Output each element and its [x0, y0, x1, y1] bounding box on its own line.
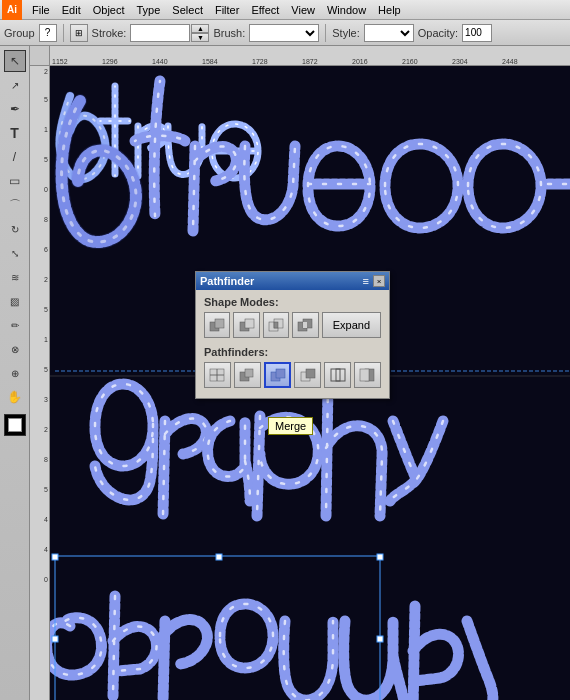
- separator-1: [63, 24, 64, 42]
- ruler-left-10: 5: [44, 366, 48, 373]
- canvas[interactable]: Pathfinder ≡ × Shape Modes:: [50, 66, 570, 700]
- minus-back-btn[interactable]: [354, 362, 381, 388]
- fill-swatch[interactable]: [4, 414, 26, 436]
- shape-modes-row: Expand: [204, 312, 381, 338]
- style-label: Style:: [332, 27, 360, 39]
- rotate-tool[interactable]: ↻: [4, 218, 26, 240]
- blend-tool[interactable]: ⊗: [4, 338, 26, 360]
- gradient-tool[interactable]: ▨: [4, 290, 26, 312]
- ruler-top-6: 2016: [352, 58, 368, 65]
- trim-btn[interactable]: [234, 362, 261, 388]
- ruler-left-0: 2: [44, 68, 48, 75]
- menu-select[interactable]: Select: [166, 3, 209, 17]
- ruler-left-12: 2: [44, 426, 48, 433]
- ruler-left-3: 5: [44, 156, 48, 163]
- pathfinder-content: Shape Modes:: [196, 290, 389, 398]
- svg-rect-9: [52, 636, 58, 642]
- ruler-left-5: 8: [44, 216, 48, 223]
- svg-rect-5: [377, 636, 383, 642]
- svg-rect-27: [276, 369, 285, 378]
- pathfinder-title: Pathfinder: [200, 275, 254, 287]
- menu-help[interactable]: Help: [372, 3, 407, 17]
- brush-tool[interactable]: ⌒: [4, 194, 26, 216]
- stroke-input[interactable]: [130, 24, 190, 42]
- menu-effect[interactable]: Effect: [245, 3, 285, 17]
- ruler-left-14: 5: [44, 486, 48, 493]
- svg-rect-3: [216, 554, 222, 560]
- zoom-tool[interactable]: ⊕: [4, 362, 26, 384]
- ruler-left-8: 5: [44, 306, 48, 313]
- selection-tool[interactable]: ↖: [4, 50, 26, 72]
- ruler-top-4: 1728: [252, 58, 268, 65]
- intersect-btn[interactable]: [263, 312, 289, 338]
- type-tool[interactable]: T: [4, 122, 26, 144]
- svg-rect-17: [274, 322, 278, 328]
- unite-btn[interactable]: [204, 312, 230, 338]
- style-dropdown[interactable]: [364, 24, 414, 42]
- panel-menu-icon[interactable]: ≡: [363, 275, 369, 287]
- canvas-area[interactable]: 1152 1296 1440 1584 1728 1872 2016 2160 …: [30, 46, 570, 700]
- hand-tool[interactable]: ✋: [4, 386, 26, 408]
- ruler-left-16: 4: [44, 546, 48, 553]
- divide-btn[interactable]: [204, 362, 231, 388]
- expand-button[interactable]: Expand: [322, 312, 381, 338]
- direct-selection-tool[interactable]: ↗: [4, 74, 26, 96]
- outline-btn[interactable]: [324, 362, 351, 388]
- merge-btn[interactable]: [264, 362, 291, 388]
- shape-tool[interactable]: ▭: [4, 170, 26, 192]
- svg-rect-20: [303, 322, 307, 328]
- transform-icon[interactable]: ⊞: [70, 24, 88, 42]
- ruler-top-5: 1872: [302, 58, 318, 65]
- menu-type[interactable]: Type: [131, 3, 167, 17]
- pen-tool[interactable]: ✒: [4, 98, 26, 120]
- svg-rect-14: [245, 319, 254, 328]
- help-button[interactable]: ?: [39, 24, 57, 42]
- ruler-left-2: 1: [44, 126, 48, 133]
- ruler-left-7: 2: [44, 276, 48, 283]
- opacity-label: Opacity:: [418, 27, 458, 39]
- group-label: Group: [4, 27, 35, 39]
- pathfinder-panel: Pathfinder ≡ × Shape Modes:: [195, 271, 390, 399]
- crop-btn[interactable]: [294, 362, 321, 388]
- ai-logo: Ai: [2, 0, 22, 20]
- menu-view[interactable]: View: [285, 3, 321, 17]
- scale-tool[interactable]: ⤡: [4, 242, 26, 264]
- svg-rect-29: [306, 369, 315, 378]
- menu-filter[interactable]: Filter: [209, 3, 245, 17]
- brush-dropdown[interactable]: [249, 24, 319, 42]
- ruler-left-6: 6: [44, 246, 48, 253]
- ruler-top-7: 2160: [402, 58, 418, 65]
- menu-edit[interactable]: Edit: [56, 3, 87, 17]
- pathfinders-label: Pathfinders:: [204, 346, 381, 358]
- warp-tool[interactable]: ≋: [4, 266, 26, 288]
- ruler-left-4: 0: [44, 186, 48, 193]
- menu-window[interactable]: Window: [321, 3, 372, 17]
- stroke-up[interactable]: ▲: [191, 24, 209, 33]
- control-bar: Group ? ⊞ Stroke: ▲ ▼ Brush: Style: Opac…: [0, 20, 570, 46]
- ruler-top-2: 1440: [152, 58, 168, 65]
- pathfinders-row: [204, 362, 381, 388]
- ruler-top-0: 1152: [52, 58, 68, 65]
- line-tool[interactable]: /: [4, 146, 26, 168]
- pathfinder-titlebar[interactable]: Pathfinder ≡ ×: [196, 272, 389, 290]
- eyedropper-tool[interactable]: ✏: [4, 314, 26, 336]
- svg-rect-2: [52, 554, 58, 560]
- exclude-btn[interactable]: [292, 312, 318, 338]
- menu-object[interactable]: Object: [87, 3, 131, 17]
- ruler-top-1: 1296: [102, 58, 118, 65]
- tooltip: Merge: [268, 417, 313, 435]
- stroke-down[interactable]: ▼: [191, 33, 209, 42]
- ruler-top-3: 1584: [202, 58, 218, 65]
- menu-file[interactable]: File: [26, 3, 56, 17]
- opacity-input[interactable]: [462, 24, 492, 42]
- pathfinder-close[interactable]: ×: [373, 275, 385, 287]
- ruler-top-8: 2304: [452, 58, 468, 65]
- main-area: ↖ ↗ ✒ T / ▭ ⌒ ↻ ⤡ ≋ ▨ ✏ ⊗ ⊕ ✋ 1152 1296 …: [0, 46, 570, 700]
- ruler-top-9: 2448: [502, 58, 518, 65]
- separator-2: [325, 24, 326, 42]
- ruler-left-1: 5: [44, 96, 48, 103]
- ruler-left-11: 3: [44, 396, 48, 403]
- toolbox: ↖ ↗ ✒ T / ▭ ⌒ ↻ ⤡ ≋ ▨ ✏ ⊗ ⊕ ✋: [0, 46, 30, 700]
- minus-front-btn[interactable]: [233, 312, 259, 338]
- stroke-label: Stroke:: [92, 27, 127, 39]
